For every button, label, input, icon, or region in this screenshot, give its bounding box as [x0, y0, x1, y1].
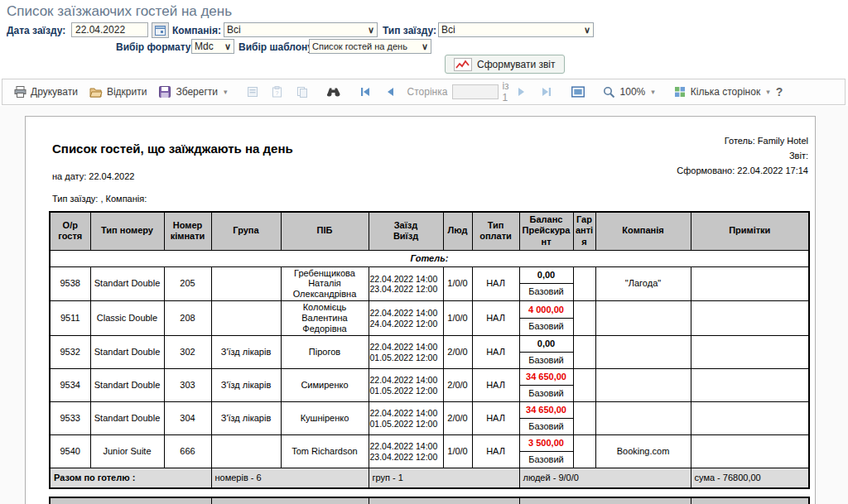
- previous-page-icon: [383, 85, 397, 98]
- people-count: 1/0/0: [443, 266, 472, 301]
- room-number: 205: [164, 266, 211, 301]
- notes: [691, 369, 809, 402]
- balance-amount: 0,00: [520, 336, 573, 353]
- chevron-down-icon: ▾: [651, 88, 655, 96]
- arrival-type-select[interactable]: Всі ∨: [438, 22, 594, 37]
- multi-page-view-button[interactable]: Кілька сторінок ▾: [667, 82, 776, 102]
- departure-datetime: 23.04.2022 12:00: [370, 284, 443, 294]
- room-number: 304: [164, 402, 211, 435]
- save-button[interactable]: Зберегти ▾: [152, 82, 233, 102]
- arrival-datetime: 22.04.2022 14:00: [370, 274, 443, 284]
- notes: [691, 435, 809, 468]
- price-list: Базовий: [520, 452, 573, 468]
- column-header: Баланс Прейскурант: [519, 212, 573, 250]
- full-screen-button[interactable]: [566, 82, 590, 102]
- column-header: Заїзд Виїзд: [369, 212, 443, 250]
- group-name: [211, 266, 281, 301]
- people-count: 2/0/0: [443, 402, 472, 435]
- previous-page-button[interactable]: [378, 82, 402, 102]
- payment-type: НАЛ: [472, 435, 519, 468]
- hotel-section-label: Готель:: [50, 250, 809, 266]
- column-header: Гарантія: [573, 212, 595, 250]
- guarantee: [573, 369, 595, 402]
- guest-table-header-row: О/р гостяТип номеруНомер кімнатиГрупаПІБ…: [50, 212, 809, 250]
- open-label: Відкрити: [107, 86, 147, 98]
- next-page-button[interactable]: [509, 82, 534, 102]
- binoculars-icon: [327, 85, 340, 98]
- grand-totals-people: людей - 9/0/0: [519, 497, 691, 504]
- guest-id: 9532: [50, 336, 90, 369]
- grand-totals-sum: сума - 76800,00: [691, 497, 809, 504]
- printer-icon: [13, 85, 26, 98]
- clipboard-icon: ?: [271, 85, 284, 98]
- chevron-down-icon: ∨: [422, 41, 428, 52]
- balance-pricelist: 4 000,00Базовий: [519, 301, 573, 336]
- balance-amount: 34 650,00: [520, 402, 573, 419]
- guarantee: [573, 435, 595, 468]
- format-select[interactable]: Mdc ∨: [191, 39, 234, 54]
- company-select[interactable]: Всі ∨: [224, 22, 378, 37]
- svg-text:?: ?: [276, 90, 279, 96]
- hotel-totals-rooms: номерів - 6: [211, 468, 369, 488]
- price-list: Базовий: [520, 284, 573, 300]
- generated-line: Сформовано: 22.04.2022 17:14: [677, 163, 808, 178]
- column-header: Номер кімнати: [164, 212, 211, 250]
- report-filters-line: Тип заїзду: , Компанія:: [52, 194, 147, 204]
- report-toolbar: Друкувати Відкрити Зберегти ▾ ?: [2, 79, 846, 105]
- page-count-label: із 1: [502, 80, 508, 103]
- arrival-departure: 22.04.2022 14:0024.04.2022 12:00: [369, 301, 443, 336]
- arrival-datetime: 22.04.2022 14:00: [370, 441, 443, 451]
- arrival-date-input[interactable]: [71, 22, 148, 37]
- payment-type: НАЛ: [472, 301, 519, 336]
- price-list: Базовий: [520, 386, 573, 401]
- payment-type: НАЛ: [472, 402, 519, 435]
- multi-page-view-label: Кілька сторінок: [691, 86, 760, 98]
- clipboard-button[interactable]: ?: [265, 82, 290, 102]
- guest-id: 9538: [50, 266, 90, 301]
- folder-open-icon: [89, 85, 103, 98]
- guest-row: 9511Classic Double208Коломієць Валентина…: [50, 301, 809, 336]
- calendar-icon: [155, 26, 166, 36]
- guest-row: 9533Standart Double304З'їзд лікарівКушні…: [50, 402, 809, 435]
- zoom-control[interactable]: 100% ▾: [597, 82, 661, 102]
- last-page-button[interactable]: [534, 82, 559, 102]
- arrival-type-select-value: Всі: [441, 24, 581, 36]
- text-select-button[interactable]: [240, 82, 265, 102]
- group-name: З'їзд лікарів: [211, 402, 281, 435]
- room-type: Junior Suite: [90, 435, 164, 468]
- grand-totals-rooms: номерів - 6: [211, 497, 369, 504]
- arrival-datetime: 22.04.2022 14:00: [370, 342, 443, 352]
- generate-report-button[interactable]: Сформувати звіт: [445, 55, 565, 74]
- calendar-button[interactable]: [152, 22, 169, 38]
- first-page-icon: [359, 85, 372, 98]
- guest-row: 9538Standart Double205Гребенщикова Натал…: [50, 266, 809, 301]
- people-count: 1/0/0: [443, 301, 472, 336]
- find-button[interactable]: [321, 82, 346, 102]
- guest-id: 9533: [50, 402, 90, 435]
- page-number-input[interactable]: [452, 84, 499, 99]
- hotel-totals-row: Разом по готелю : номерів - 6 груп - 1 л…: [50, 468, 809, 488]
- balance-amount: 0,00: [520, 267, 573, 284]
- hotel-name-line: Готель: Family Hotel: [677, 133, 808, 148]
- open-button[interactable]: Відкрити: [84, 82, 153, 102]
- first-page-button[interactable]: [353, 82, 378, 102]
- company: [595, 402, 691, 435]
- print-button[interactable]: Друкувати: [7, 82, 84, 102]
- guest-name: Симиренко: [281, 369, 369, 402]
- template-select[interactable]: Список гостей на день ∨: [309, 39, 431, 54]
- chevron-down-icon: ∨: [584, 25, 590, 36]
- company: "Лагода": [595, 266, 691, 301]
- notes: [691, 336, 809, 369]
- format-label: Вибір формату: [116, 41, 191, 53]
- price-list: Базовий: [520, 353, 573, 368]
- guest-id: 9511: [50, 301, 90, 336]
- guest-id: 9540: [50, 435, 90, 468]
- page-title: Список заїзжаючих гостей на день: [7, 3, 232, 20]
- room-number: 666: [164, 435, 211, 468]
- help-button[interactable]: ?: [776, 85, 783, 98]
- company: [595, 369, 691, 402]
- departure-datetime: 01.05.2022 12:00: [370, 386, 443, 396]
- payment-type: НАЛ: [472, 336, 519, 369]
- guest-name: Tom Richardson: [281, 435, 369, 468]
- copy-button[interactable]: [290, 82, 315, 102]
